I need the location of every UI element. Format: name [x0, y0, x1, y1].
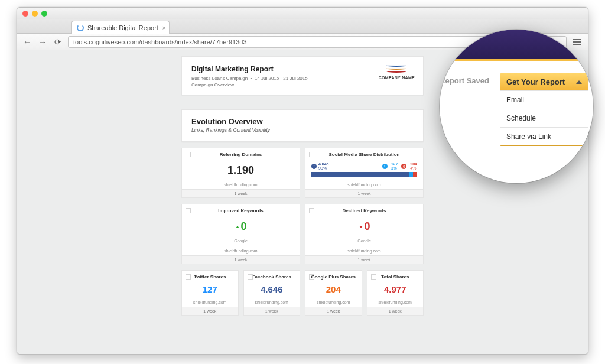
dist-facebook: f 4.64693% [311, 162, 329, 170]
distribution-bar [311, 172, 417, 177]
fb-value: 4.646 [318, 162, 329, 166]
widget-handle-icon[interactable] [186, 152, 191, 157]
fb-pct: 93% [318, 166, 327, 170]
section-subtitle: Links, Rankings & Content Visibility [191, 127, 414, 133]
date-range: 14 Jul 2015 - 21 Jul 2015 [255, 76, 308, 81]
distribution-chart: f 4.64693% t 1273% g 2044% [305, 157, 423, 177]
widget-title: Social Media Share Distribution [305, 148, 423, 157]
traffic-lights [22, 11, 47, 17]
tab-close-icon[interactable]: × [162, 24, 165, 31]
widget-site: shieldfunding.com [305, 300, 362, 304]
get-report-label: Get Your Report [506, 77, 565, 86]
widget-period: 1 week [305, 189, 423, 197]
widget-period: 1 week [182, 189, 300, 197]
dropdown-item-schedule[interactable]: Schedule [500, 109, 588, 127]
googleplus-icon: g [401, 164, 406, 169]
widget-value: 1.190 [182, 164, 300, 177]
widget-period: 1 week [305, 307, 362, 315]
widget-value: 0 [182, 220, 300, 233]
url-text: tools.cognitiveseo.com/dashboards/index/… [73, 38, 247, 46]
report-page: Digital Marketing Report Business Loans … [181, 56, 424, 316]
widget-total-shares[interactable]: Total Shares 4.977 shieldfunding.com 1 w… [367, 270, 424, 316]
window-close-icon[interactable] [22, 11, 28, 17]
widget-handle-icon[interactable] [309, 274, 314, 280]
widget-title: Improved Keywords [182, 204, 300, 213]
section-header-card: Evolution Overview Links, Rankings & Con… [181, 109, 424, 142]
facebook-icon: f [311, 164, 317, 169]
widget-social-distribution[interactable]: Social Media Share Distribution f 4.6469… [305, 148, 424, 198]
tw-stat: 1273% [391, 162, 398, 170]
widget-handle-icon[interactable] [186, 208, 191, 213]
magnified-toolbar: Report Saved Get Your Report Email Sched… [440, 61, 593, 146]
company-logo: COMPANY NAME [379, 64, 415, 80]
widget-row-2: Improved Keywords 0 Google shieldfunding… [181, 204, 424, 264]
window-maximize-icon[interactable] [41, 11, 47, 17]
get-report-dropdown: Get Your Report Email Schedule Share via… [500, 73, 588, 146]
widget-site: shieldfunding.com [182, 249, 300, 253]
widget-period: 1 week [244, 307, 300, 315]
widget-title: Declined Keywords [305, 204, 423, 213]
report-saved-label: Report Saved [440, 73, 495, 85]
widget-handle-icon[interactable] [248, 274, 253, 280]
widget-declined-keywords[interactable]: Declined Keywords 0 Google shieldfunding… [305, 204, 424, 264]
dropdown-item-email[interactable]: Email [500, 90, 588, 109]
widget-row-3: Twitter Shares 127 shieldfunding.com 1 w… [181, 270, 424, 316]
twitter-icon: t [382, 164, 388, 169]
widget-googleplus-shares[interactable]: Google Plus Shares 204 shieldfunding.com… [305, 270, 362, 316]
widget-referring-domains[interactable]: Referring Domains 1.190 shieldfunding.co… [181, 148, 300, 198]
widget-engine: Google [182, 239, 300, 243]
widget-period: 1 week [367, 307, 424, 315]
widget-value: 4.646 [244, 284, 300, 294]
widget-period: 1 week [182, 307, 238, 315]
widget-site: shieldfunding.com [244, 300, 300, 304]
window-minimize-icon[interactable] [32, 11, 38, 17]
widget-engine: Google [305, 239, 423, 243]
widget-improved-keywords[interactable]: Improved Keywords 0 Google shieldfunding… [181, 204, 300, 264]
window-titlebar [17, 8, 588, 20]
dropdown-item-share-link[interactable]: Share via Link [500, 127, 588, 145]
campaign-name: Business Loans Campaign [191, 76, 248, 81]
section-title: Evolution Overview [191, 117, 414, 126]
widget-title: Referring Domains [182, 148, 300, 157]
logo-swoosh-icon [386, 64, 406, 74]
widget-site: shieldfunding.com [182, 300, 238, 304]
get-report-button[interactable]: Get Your Report [500, 73, 588, 90]
report-subtitle: Campaign Overview [191, 82, 414, 87]
widget-site: shieldfunding.com [367, 300, 424, 304]
gp-stat: 2044% [410, 162, 417, 170]
browser-tab[interactable]: Shareable Digital Report × [71, 21, 170, 34]
widget-handle-icon[interactable] [309, 208, 314, 213]
logo-label: COMPANY NAME [379, 76, 415, 80]
widget-row-1: Referring Domains 1.190 shieldfunding.co… [181, 148, 424, 198]
widget-value: 4.977 [367, 284, 424, 294]
widget-value: 127 [182, 284, 238, 294]
widget-period: 1 week [182, 255, 300, 264]
widget-handle-icon[interactable] [186, 274, 191, 280]
caret-up-icon [576, 80, 582, 84]
widget-site: shieldfunding.com [305, 249, 423, 253]
widget-facebook-shares[interactable]: Facebook Shares 4.646 shieldfunding.com … [243, 270, 301, 316]
nav-forward-icon[interactable]: → [37, 37, 48, 47]
widget-period: 1 week [305, 255, 423, 264]
magnifier-overlay: Report Saved Get Your Report Email Sched… [440, 30, 593, 183]
nav-reload-icon[interactable]: ⟳ [53, 37, 63, 47]
widget-site: shieldfunding.com [182, 183, 300, 187]
nav-back-icon[interactable]: ← [22, 37, 32, 47]
tab-title: Shareable Digital Report [87, 24, 158, 31]
widget-handle-icon[interactable] [371, 274, 376, 280]
browser-menu-icon[interactable] [571, 39, 583, 45]
favicon-icon [77, 24, 84, 31]
widget-handle-icon[interactable] [309, 152, 314, 157]
widget-site: shieldfunding.com [305, 183, 423, 187]
report-header-card: Digital Marketing Report Business Loans … [181, 56, 424, 95]
widget-value: 0 [305, 220, 423, 233]
widget-twitter-shares[interactable]: Twitter Shares 127 shieldfunding.com 1 w… [181, 270, 239, 316]
widget-value: 204 [305, 284, 362, 294]
